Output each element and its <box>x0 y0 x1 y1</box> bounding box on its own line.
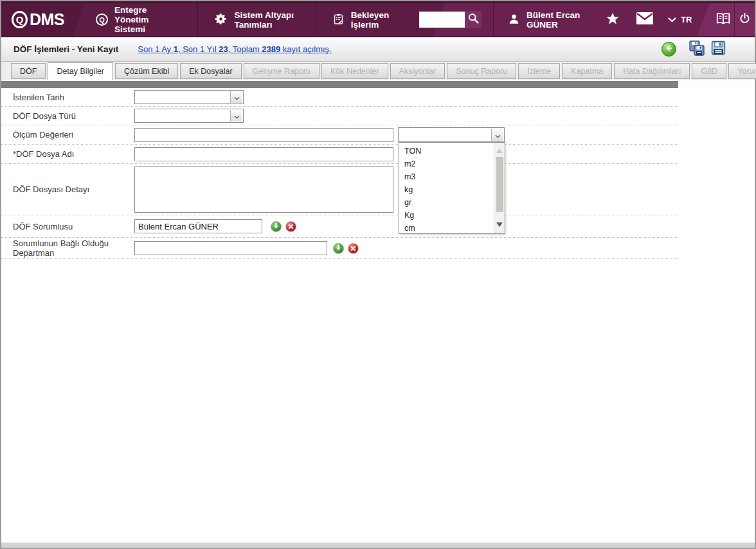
tab-kapatma: Kapatma <box>562 63 612 79</box>
back-arrow-icon <box>665 44 674 55</box>
save-and-continue-button[interactable] <box>688 40 706 59</box>
tab-detay-bilgiler[interactable]: Detay Bilgiler <box>48 62 113 80</box>
stats-text: Son 1 Ay <box>138 44 173 54</box>
tab-yorumlar: Yorumlar <box>728 63 756 79</box>
tab-ek-dosyalar[interactable]: Ek Dosyalar <box>180 63 241 79</box>
red-x-icon <box>350 242 356 254</box>
form-row-dosya-turu: DÖF Dosya Türü <box>1 107 678 125</box>
green-down-arrow-icon <box>273 221 280 232</box>
floppy-save-icon <box>710 47 726 58</box>
tab-aksiyonlar: Aksiyonlar <box>390 63 446 79</box>
tab-kok-nedenler: Kök Nedenler <box>321 63 388 79</box>
menu-item-label: Bekleyen İşlerim <box>351 10 394 30</box>
save-button[interactable] <box>710 40 726 59</box>
dosya-turu-select[interactable] <box>134 109 244 123</box>
stats-text: , Son 1 Yıl <box>178 44 219 54</box>
menu-item-label: Sistem Altyapı Tanımları <box>234 10 299 30</box>
chevron-down-icon <box>495 129 501 141</box>
dosya-adi-input[interactable] <box>134 147 393 161</box>
bottom-strip <box>1 543 755 548</box>
qdms-logo-q-icon: Q <box>12 11 28 28</box>
red-x-icon <box>288 221 294 232</box>
back-button[interactable] <box>662 42 676 57</box>
tab-cozum-ekibi[interactable]: Çözüm Ekibi <box>115 63 178 79</box>
dropdown-item-cm[interactable]: cm <box>399 222 494 233</box>
help-library-button[interactable] <box>712 3 734 36</box>
olcum-degerleri-input[interactable] <box>134 128 393 142</box>
user-icon <box>508 13 520 27</box>
stats-count-month: 1 <box>174 44 178 54</box>
form-row-dosya-detayi: DÖF Dosyası Detayı <box>1 164 678 215</box>
dropdown-item-m2[interactable]: m2 <box>399 158 494 170</box>
app-window: Q DMS Q Entegre Yönetim Sistemi Sistem A… <box>0 0 756 549</box>
sorumlu-clear-button[interactable] <box>285 221 296 232</box>
sorumlu-select-button[interactable] <box>271 221 282 232</box>
language-code: TR <box>681 15 692 24</box>
form-row-departman: Sorumlunun Bağlı Olduğu Departman <box>1 238 678 259</box>
page-header: DÖF İşlemleri - Yeni Kayıt Son 1 Ay 1, S… <box>1 37 755 62</box>
istenilen-tarih-select[interactable] <box>134 90 244 104</box>
stats-text: kayıt açılmış. <box>280 44 331 54</box>
form-row-sorumlu: DÖF Sorumlusu <box>1 215 678 238</box>
messages-button[interactable] <box>628 12 662 27</box>
global-search <box>419 11 482 28</box>
record-stats-link[interactable]: Son 1 Ay 1, Son 1 Yıl 23, Toplam 2389 ka… <box>138 44 331 54</box>
menu-item-bekleyen-islerim[interactable]: Bekleyen İşlerim <box>316 3 410 36</box>
dosya-detayi-textarea[interactable] <box>134 166 393 213</box>
dropdown-item-gr[interactable]: gr <box>399 196 494 209</box>
menu-item-entegre-yonetim-sistemi[interactable]: Q Entegre Yönetim Sistemi <box>80 3 197 36</box>
departman-select-button[interactable] <box>333 243 344 254</box>
unit-combo-box[interactable]: TON m2 m3 kg gr Kg cm <box>398 127 505 142</box>
departman-input[interactable] <box>134 241 327 255</box>
content-divider-bar <box>1 81 678 88</box>
dropdown-button[interactable] <box>230 91 242 103</box>
scrollbar-down-arrow-icon[interactable] <box>496 222 503 230</box>
menu-item-sistem-altyapi-tanimlari[interactable]: Sistem Altyapı Tanımları <box>197 3 315 36</box>
page-title: DÖF İşlemleri - Yeni Kayıt <box>14 44 118 54</box>
green-down-arrow-icon <box>335 242 342 254</box>
unit-dropdown-items: TON m2 m3 kg gr Kg cm <box>399 143 494 233</box>
chevron-down-icon <box>234 110 240 122</box>
field-label: DÖF Dosya Türü <box>13 111 134 121</box>
favorites-button[interactable] <box>597 12 628 28</box>
unit-dropdown-list: TON m2 m3 kg gr Kg cm <box>399 142 505 234</box>
chevron-down-icon <box>234 91 240 103</box>
qdms-logo-text: DMS <box>30 10 64 29</box>
dropdown-button[interactable] <box>491 129 503 141</box>
dropdown-item-ton[interactable]: TON <box>399 145 494 158</box>
qdms-logo[interactable]: Q DMS <box>1 10 80 29</box>
language-selector[interactable]: TR <box>662 15 698 24</box>
menu-item-label: Entegre Yönetim Sistemi <box>114 5 181 34</box>
tab-izleme: İzleme <box>518 63 560 79</box>
dropdown-item-kg-lower[interactable]: kg <box>399 183 494 196</box>
clipboard-tasks-icon <box>332 12 345 28</box>
content-empty-area <box>1 259 755 543</box>
stats-text: , Toplam <box>228 44 262 54</box>
tab-dof[interactable]: DÖF <box>11 63 46 79</box>
search-input[interactable] <box>419 12 465 28</box>
user-name: Bülent Ercan GÜNER <box>526 10 583 30</box>
chevron-down-icon <box>668 15 676 24</box>
dropdown-item-m3[interactable]: m3 <box>399 170 494 183</box>
stats-count-total: 2389 <box>262 44 280 54</box>
detail-form: İstenilen Tarih DÖF Dosya Türü Ölçüm Değ… <box>1 88 678 259</box>
user-menu[interactable]: Bülent Ercan GÜNER <box>494 10 597 30</box>
star-icon <box>606 12 620 28</box>
scrollbar-thumb[interactable] <box>496 157 503 212</box>
dropdown-item-kg-upper[interactable]: Kg <box>399 209 494 222</box>
departman-clear-button[interactable] <box>348 243 359 254</box>
field-label: *DÖF Dosya Adı <box>13 149 134 159</box>
dropdown-scrollbar[interactable] <box>494 143 505 233</box>
sorumlu-input[interactable] <box>134 219 262 233</box>
power-icon <box>738 12 752 28</box>
dropdown-button[interactable] <box>230 110 242 122</box>
field-label: Ölçüm Değerleri <box>13 130 134 140</box>
search-button[interactable] <box>465 11 482 28</box>
tab-g8d: G8D <box>692 63 726 79</box>
open-book-icon <box>714 10 732 30</box>
logout-button[interactable] <box>734 3 755 36</box>
scrollbar-up-arrow-icon[interactable] <box>496 145 503 153</box>
form-row-istenilen-tarih: İstenilen Tarih <box>1 88 678 107</box>
field-label: Sorumlunun Bağlı Olduğu Departman <box>13 239 134 258</box>
search-icon <box>467 12 480 27</box>
